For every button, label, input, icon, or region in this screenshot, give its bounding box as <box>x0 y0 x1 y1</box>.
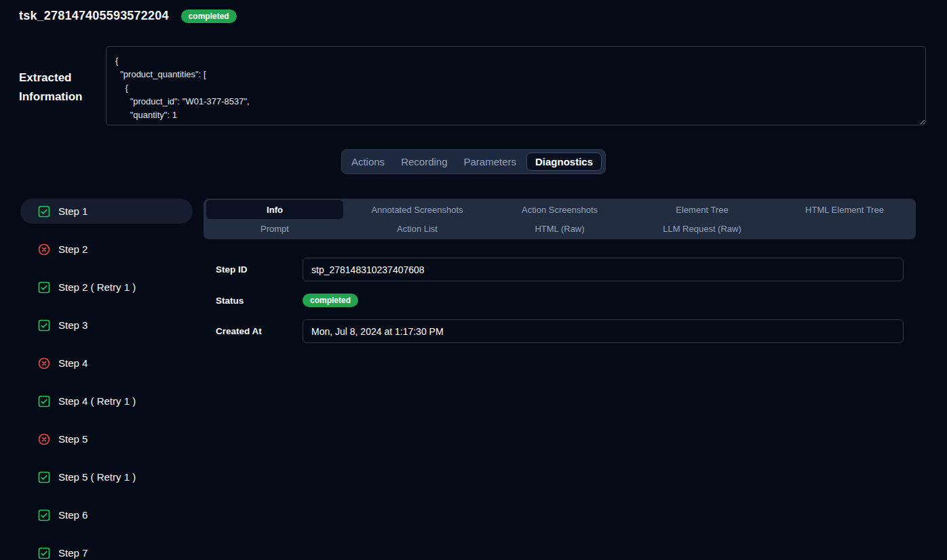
check-square-icon <box>37 395 51 408</box>
step-label: Step 3 <box>58 319 88 331</box>
step-label: Step 2 <box>58 243 88 255</box>
sidebar-step-7[interactable]: Step 7 <box>20 540 193 560</box>
task-status-badge: completed <box>181 9 237 23</box>
step-id-row: Step ID <box>216 258 904 281</box>
step-label: Step 5 ( Retry 1 ) <box>58 471 136 483</box>
step-status-badge: completed <box>303 294 358 307</box>
sidebar-step-3[interactable]: Step 3 <box>20 313 193 338</box>
main-tabs-container: Actions Recording Parameters Diagnostics <box>0 149 947 174</box>
step-info-form: Step ID Status completed Created At <box>204 258 916 343</box>
steps-sidebar: Step 1 Step 2 Step 2 ( Retry 1 ) Step 3 <box>20 199 193 560</box>
subtab-action-list[interactable]: Action List <box>349 219 486 238</box>
tab-recording[interactable]: Recording <box>395 153 453 171</box>
subtab-llm-request-raw[interactable]: LLM Request (Raw) <box>634 219 771 238</box>
task-header: tsk_278147405593572204 completed <box>0 0 947 23</box>
x-circle-icon <box>37 357 51 370</box>
step-label: Step 2 ( Retry 1 ) <box>58 281 136 293</box>
step-label: Step 4 <box>58 357 88 369</box>
created-at-input[interactable] <box>303 319 904 343</box>
subtab-action-screenshots[interactable]: Action Screenshots <box>491 200 628 219</box>
check-square-icon <box>37 546 51 560</box>
step-label: Step 4 ( Retry 1 ) <box>58 395 136 407</box>
check-square-icon <box>37 281 51 294</box>
tab-actions[interactable]: Actions <box>345 153 391 171</box>
status-label: Status <box>216 296 303 306</box>
sidebar-step-2-retry-1[interactable]: Step 2 ( Retry 1 ) <box>20 275 193 300</box>
sidebar-step-5[interactable]: Step 5 <box>20 426 193 452</box>
task-id-title: tsk_278147405593572204 <box>19 9 169 23</box>
sidebar-step-1[interactable]: Step 1 <box>20 199 193 224</box>
diagnostics-content: Step 1 Step 2 Step 2 ( Retry 1 ) Step 3 <box>0 199 947 560</box>
subtab-html-element-tree[interactable]: HTML Element Tree <box>776 200 913 219</box>
subtab-info[interactable]: Info <box>206 200 343 219</box>
tab-diagnostics[interactable]: Diagnostics <box>526 153 602 171</box>
x-circle-icon <box>37 243 51 256</box>
created-at-label: Created At <box>216 326 303 336</box>
extracted-information-textarea[interactable]: { "product_quantities": [ { "product_id"… <box>106 46 926 125</box>
sidebar-step-6[interactable]: Step 6 <box>20 502 193 527</box>
sidebar-step-4[interactable]: Step 4 <box>20 351 193 376</box>
step-label: Step 7 <box>58 547 88 559</box>
status-row: Status completed <box>216 294 904 307</box>
check-square-icon <box>37 471 51 484</box>
subtab-prompt[interactable]: Prompt <box>206 219 343 238</box>
diagnostics-subtab-bar: Info Annotated Screenshots Action Screen… <box>204 199 916 239</box>
step-id-input[interactable] <box>303 258 904 281</box>
check-square-icon <box>37 508 51 522</box>
tab-parameters[interactable]: Parameters <box>458 153 523 171</box>
main-tab-bar: Actions Recording Parameters Diagnostics <box>341 149 606 174</box>
sidebar-step-2[interactable]: Step 2 <box>20 237 193 262</box>
step-label: Step 6 <box>58 509 88 521</box>
check-square-icon <box>37 205 51 218</box>
subtab-element-tree[interactable]: Element Tree <box>634 200 771 219</box>
subtab-annotated-screenshots[interactable]: Annotated Screenshots <box>349 200 486 219</box>
created-at-row: Created At <box>216 319 904 343</box>
step-detail-panel: Info Annotated Screenshots Action Screen… <box>204 199 916 560</box>
step-id-label: Step ID <box>216 264 303 275</box>
subtab-html-raw[interactable]: HTML (Raw) <box>491 219 628 238</box>
sidebar-step-4-retry-1[interactable]: Step 4 ( Retry 1 ) <box>20 388 193 414</box>
subtab-empty-cell <box>773 219 916 238</box>
extracted-information-section: Extracted Information { "product_quantit… <box>19 46 926 125</box>
check-square-icon <box>37 319 51 332</box>
extracted-information-label: Extracted Information <box>19 46 106 125</box>
step-label: Step 5 <box>58 433 88 445</box>
step-label: Step 1 <box>58 205 88 217</box>
x-circle-icon <box>37 433 51 446</box>
sidebar-step-5-retry-1[interactable]: Step 5 ( Retry 1 ) <box>20 464 193 489</box>
